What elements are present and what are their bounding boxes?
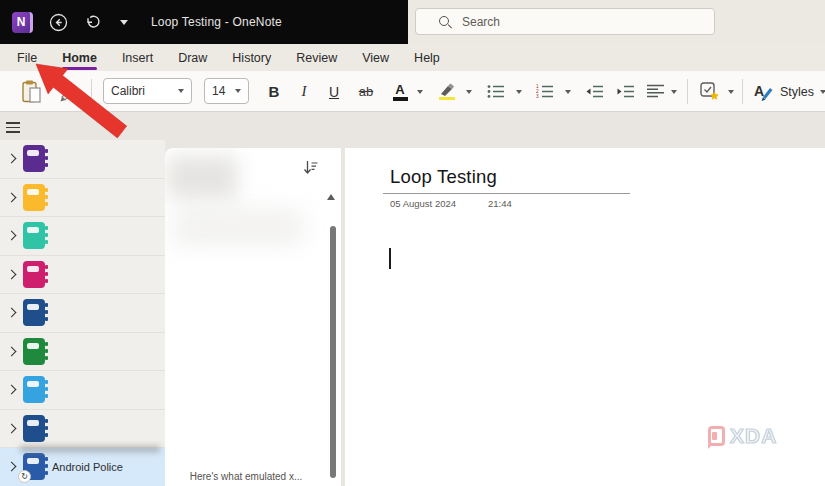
svg-text:A: A (754, 83, 764, 99)
chevron-down-icon (466, 90, 472, 94)
chevron-expand-icon[interactable] (7, 462, 17, 472)
notebook-item[interactable] (0, 294, 165, 333)
notebook-icon (23, 415, 45, 442)
content-area: ↻Android Police Here's what emulated x..… (0, 112, 825, 486)
notebook-icon (23, 222, 45, 249)
notebook-item[interactable] (0, 179, 165, 218)
chevron-down-icon (820, 90, 825, 94)
highlight-button[interactable] (433, 77, 461, 106)
menu-tab-draw[interactable]: Draw (178, 47, 207, 69)
text-cursor (389, 248, 391, 269)
highlighter-icon (438, 83, 456, 101)
title-bar: N Loop Testing - OneNote (0, 0, 825, 44)
chevron-expand-icon[interactable] (7, 192, 17, 202)
undo-icon (84, 14, 101, 31)
menu-tab-view[interactable]: View (362, 47, 389, 69)
menu-tab-file[interactable]: File (17, 47, 37, 69)
font-size-select[interactable]: 14 (204, 78, 249, 104)
back-button[interactable] (45, 9, 71, 35)
strikethrough-button[interactable]: ab (351, 77, 381, 106)
xda-logo-icon (708, 426, 725, 446)
notebooks-sidebar: ↻Android Police (0, 140, 165, 486)
decrease-indent-button[interactable] (580, 77, 608, 106)
menu-tab-history[interactable]: History (232, 47, 271, 69)
ribbon-toolbar: Calibri 14 B I U ab A 1 (0, 71, 825, 112)
chevron-down-icon (417, 90, 423, 94)
bullet-list-dropdown[interactable] (511, 77, 527, 106)
chevron-down-icon (235, 89, 241, 93)
alignment-dropdown[interactable] (666, 77, 682, 106)
page-list-panel: Here's what emulated x... (165, 148, 341, 486)
tag-dropdown[interactable] (723, 77, 739, 106)
menu-tab-review[interactable]: Review (296, 47, 337, 69)
font-family-value: Calibri (111, 84, 145, 98)
numbered-list-icon: 1 2 3 (536, 84, 554, 99)
styles-label: Styles (780, 85, 814, 99)
menu-tab-insert[interactable]: Insert (122, 47, 153, 69)
hamburger-menu-icon[interactable] (6, 122, 20, 133)
chevron-expand-icon[interactable] (7, 385, 17, 395)
underline-button[interactable]: U (321, 77, 347, 106)
notebook-item[interactable]: ↻Android Police (0, 448, 165, 486)
menu-tab-help[interactable]: Help (414, 47, 440, 69)
numbered-list-button[interactable]: 1 2 3 (531, 77, 559, 106)
decrease-indent-icon (585, 84, 603, 99)
chevron-expand-icon[interactable] (7, 308, 17, 318)
paste-button[interactable] (14, 77, 50, 106)
notebook-item[interactable] (0, 410, 165, 449)
italic-button[interactable]: I (292, 77, 316, 106)
notebook-item[interactable] (0, 371, 165, 410)
sort-pages-icon[interactable] (303, 160, 319, 176)
numbered-list-dropdown[interactable] (560, 77, 576, 106)
notebook-item[interactable] (0, 217, 165, 256)
customize-toolbar-chevron[interactable] (111, 9, 137, 35)
window-title: Loop Testing - OneNote (151, 15, 282, 29)
page-title[interactable]: Loop Testing (390, 166, 497, 188)
tag-button[interactable] (696, 77, 724, 106)
font-color-dropdown[interactable] (412, 77, 428, 106)
onenote-app-icon: N (12, 12, 33, 33)
menu-bar: FileHomeInsertDrawHistoryReviewViewHelp (0, 44, 825, 71)
page-list-item[interactable]: Here's what emulated x... (165, 471, 327, 482)
chevron-down-icon (516, 90, 522, 94)
scrollbar-up-arrow[interactable] (327, 194, 335, 200)
search-input[interactable] (462, 15, 682, 29)
xda-watermark-text: XDA (730, 424, 777, 448)
notebook-item[interactable] (0, 140, 165, 179)
font-color-button[interactable]: A (387, 77, 413, 106)
menu-tab-home[interactable]: Home (62, 47, 97, 69)
increase-indent-button[interactable] (611, 77, 639, 106)
bullet-list-button[interactable] (482, 77, 510, 106)
align-text-icon (647, 84, 664, 99)
font-family-select[interactable]: Calibri (103, 78, 192, 104)
todo-tag-icon (700, 82, 720, 101)
chevron-expand-icon[interactable] (7, 269, 17, 279)
chevron-expand-icon[interactable] (7, 423, 17, 433)
notebook-item[interactable] (0, 256, 165, 295)
title-bar-left: N Loop Testing - OneNote (0, 0, 408, 44)
scrollbar-thumb[interactable] (330, 226, 336, 478)
alignment-button[interactable] (641, 77, 669, 106)
notebook-icon: ↻ (23, 453, 45, 480)
title-bar-right (408, 0, 825, 44)
format-painter-button[interactable] (54, 77, 84, 106)
chevron-expand-icon[interactable] (7, 154, 17, 164)
blurred-page-item (173, 210, 303, 244)
search-box[interactable] (415, 8, 715, 35)
undo-button[interactable] (79, 9, 105, 35)
chevron-down-icon (671, 90, 677, 94)
bold-button[interactable]: B (260, 77, 288, 106)
chevron-expand-icon[interactable] (7, 346, 17, 356)
notebook-icon (23, 184, 45, 211)
font-color-icon: A (393, 83, 408, 101)
note-canvas[interactable]: Loop Testing 05 August 2024 21:44 XDA (345, 148, 825, 486)
chevron-expand-icon[interactable] (7, 231, 17, 241)
ribbon-divider (91, 79, 92, 104)
styles-button[interactable]: A Styles (754, 77, 825, 106)
styles-icon: A (754, 82, 774, 102)
ribbon-divider (742, 79, 743, 104)
blurred-text-smudge (20, 446, 160, 452)
font-size-value: 14 (212, 84, 225, 98)
notebook-item[interactable] (0, 333, 165, 372)
highlight-dropdown[interactable] (461, 77, 477, 106)
